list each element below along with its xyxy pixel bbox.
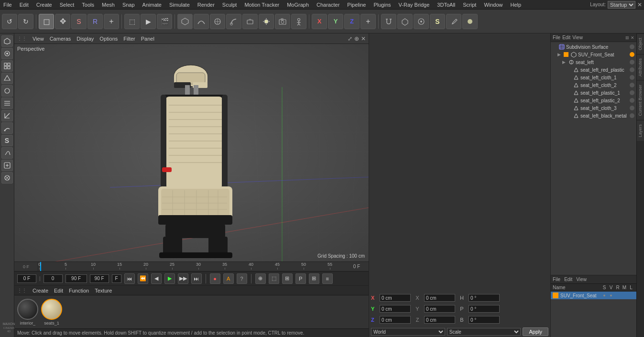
obj-seat-left-plastic-2[interactable]: seat_left_plastic_2 bbox=[551, 97, 636, 104]
mat-menu-function[interactable]: Function bbox=[69, 288, 89, 294]
nurbs-button[interactable] bbox=[210, 14, 225, 29]
strip-tab-browser[interactable]: Current Browser bbox=[637, 80, 644, 120]
timeline-track[interactable]: 0 5 10 15 20 25 30 35 40 45 50 55 60 65 bbox=[38, 262, 345, 271]
menu-mograph[interactable]: MoGraph bbox=[285, 2, 310, 8]
polygon-button[interactable] bbox=[397, 14, 413, 29]
vp-menu-filter[interactable]: Filter bbox=[123, 36, 135, 42]
play-reverse-button[interactable]: ◀ bbox=[151, 273, 162, 284]
menu-vray-bridge[interactable]: V-Ray Bridge bbox=[397, 2, 431, 8]
obj-seat-left[interactable]: ▶ seat_left bbox=[551, 58, 636, 66]
menu-animate[interactable]: Animate bbox=[141, 2, 163, 8]
obj-seat-left-cloth-3[interactable]: seat_left_cloth_3 bbox=[551, 104, 636, 112]
keyframe-button[interactable]: ? bbox=[237, 273, 247, 284]
obj-seat-left-cloth-2[interactable]: seat_left_cloth_2 bbox=[551, 81, 636, 89]
rotate-button[interactable]: R bbox=[87, 14, 103, 29]
obj-vis-lbm[interactable] bbox=[630, 113, 634, 118]
render-region-button[interactable]: ⬚ bbox=[124, 14, 140, 29]
menu-help[interactable]: Help bbox=[509, 2, 523, 8]
end-frame-input[interactable] bbox=[65, 274, 87, 283]
add-object-button[interactable]: + bbox=[104, 14, 119, 29]
sidebar-btn-8[interactable] bbox=[1, 122, 13, 134]
obj-seat-left-red-plastic[interactable]: seat_left_red_plastic bbox=[551, 66, 636, 74]
coord-z-pos[interactable] bbox=[380, 316, 411, 324]
axis-y-button[interactable]: Y bbox=[328, 14, 343, 29]
render-to-pic-button[interactable]: 🎬 bbox=[157, 14, 172, 29]
sound-button[interactable]: ≡ bbox=[322, 273, 333, 284]
sidebar-btn-6[interactable] bbox=[1, 98, 13, 109]
menu-snap[interactable]: Snap bbox=[121, 2, 136, 8]
menu-file[interactable]: File bbox=[2, 2, 13, 8]
coord-y-rot[interactable] bbox=[469, 305, 500, 313]
sidebar-btn-4[interactable] bbox=[1, 73, 13, 84]
material-swatch-interior[interactable]: interior_ bbox=[17, 299, 38, 326]
light-icon-button[interactable] bbox=[462, 14, 478, 29]
obj-vis-suv[interactable] bbox=[630, 52, 634, 57]
attr-row-suv[interactable]: SUV_Front_Seat ● ● bbox=[551, 292, 636, 299]
tool-s-button[interactable]: S bbox=[430, 14, 445, 29]
coord-y-pos[interactable] bbox=[380, 305, 411, 313]
select-model-button[interactable]: ◻ bbox=[39, 14, 54, 29]
obj-vis-lc3[interactable] bbox=[630, 106, 634, 110]
vp-menu-view[interactable]: View bbox=[33, 36, 44, 42]
obj-icon-1[interactable]: ⊞ bbox=[625, 35, 629, 40]
obj-menu-file[interactable]: File bbox=[553, 35, 560, 40]
coord-y-size[interactable] bbox=[424, 305, 455, 313]
coord-z-size[interactable] bbox=[424, 316, 455, 324]
menu-pipeline[interactable]: Pipeline bbox=[346, 2, 367, 8]
mat-menu-edit[interactable]: Edit bbox=[54, 288, 63, 294]
coord-x-pos[interactable] bbox=[380, 294, 411, 302]
menu-simulate[interactable]: Simulate bbox=[168, 2, 191, 8]
menu-create[interactable]: Create bbox=[35, 2, 54, 8]
viewport-3d[interactable]: X Y Z bbox=[14, 44, 369, 261]
menu-plugins[interactable]: Plugins bbox=[372, 2, 392, 8]
step-back-button[interactable]: ⏪ bbox=[138, 273, 148, 284]
render-preview-button[interactable]: ▶ bbox=[141, 14, 156, 29]
vp-menu-panel[interactable]: Panel bbox=[141, 36, 154, 42]
timeline-ruler[interactable]: 0 F 0 5 10 15 20 25 30 35 4 bbox=[14, 261, 369, 271]
apply-button[interactable]: Apply bbox=[523, 327, 548, 336]
fps-value[interactable] bbox=[112, 274, 121, 283]
coord-scale-select[interactable]: Scale Size bbox=[447, 328, 521, 336]
obj-vis-lp1[interactable] bbox=[630, 90, 634, 95]
new-object-button[interactable]: + bbox=[360, 14, 376, 29]
tool-brush-button[interactable] bbox=[446, 14, 461, 29]
coord-world-select[interactable]: World Object bbox=[371, 328, 445, 336]
menu-script[interactable]: Script bbox=[461, 2, 478, 8]
goto-end-button[interactable]: ⏭ bbox=[191, 273, 202, 284]
preview-button[interactable]: ⊞ bbox=[309, 273, 319, 284]
mat-menu-texture[interactable]: Texture bbox=[95, 288, 112, 294]
coord-x-rot[interactable] bbox=[469, 294, 500, 302]
sidebar-btn-1[interactable] bbox=[1, 35, 13, 47]
obj-vis-rlp[interactable] bbox=[630, 67, 634, 72]
obj-vis-subdivision[interactable] bbox=[630, 44, 634, 49]
fps-display[interactable] bbox=[90, 274, 109, 283]
sidebar-btn-10[interactable] bbox=[1, 147, 13, 159]
menu-motion-tracker[interactable]: Motion Tracker bbox=[243, 2, 281, 8]
obj-seat-left-black-metal[interactable]: seat_left_black_metal bbox=[551, 112, 636, 120]
menu-tools[interactable]: Tools bbox=[80, 2, 96, 8]
coord-z-rot[interactable] bbox=[469, 316, 500, 324]
sidebar-btn-7[interactable] bbox=[1, 110, 13, 121]
play-button[interactable]: ▶ bbox=[164, 273, 175, 284]
magnet-button[interactable] bbox=[381, 14, 396, 29]
undo-button[interactable]: ↺ bbox=[2, 14, 17, 29]
strip-tab-layers[interactable]: Layers bbox=[637, 120, 644, 141]
vp-menu-cameras[interactable]: Cameras bbox=[50, 36, 71, 42]
layout-select[interactable]: Startup bbox=[608, 1, 635, 9]
obj-vis-seat-left[interactable] bbox=[630, 60, 634, 65]
vp-maximize-icon[interactable]: ⤢ bbox=[348, 35, 352, 42]
sweep-button[interactable] bbox=[226, 14, 241, 29]
current-frame-input[interactable] bbox=[44, 274, 63, 283]
axis-z-button[interactable]: Z bbox=[344, 14, 360, 29]
attr-menu-view[interactable]: View bbox=[576, 277, 587, 282]
material-swatch-seats[interactable]: seats_1 bbox=[41, 299, 62, 326]
record-button[interactable]: ● bbox=[210, 273, 220, 284]
render-all-button[interactable]: ⊞ bbox=[282, 273, 293, 284]
lights-button[interactable] bbox=[259, 14, 274, 29]
menu-edit[interactable]: Edit bbox=[18, 2, 30, 8]
menu-sculpt[interactable]: Sculpt bbox=[221, 2, 239, 8]
vp-menu-options[interactable]: Options bbox=[99, 36, 118, 42]
close-icon[interactable]: ✕ bbox=[637, 1, 642, 8]
cube-button[interactable] bbox=[177, 14, 193, 29]
obj-suv-front-seat[interactable]: ▶ SUV_Front_Seat bbox=[551, 51, 636, 58]
